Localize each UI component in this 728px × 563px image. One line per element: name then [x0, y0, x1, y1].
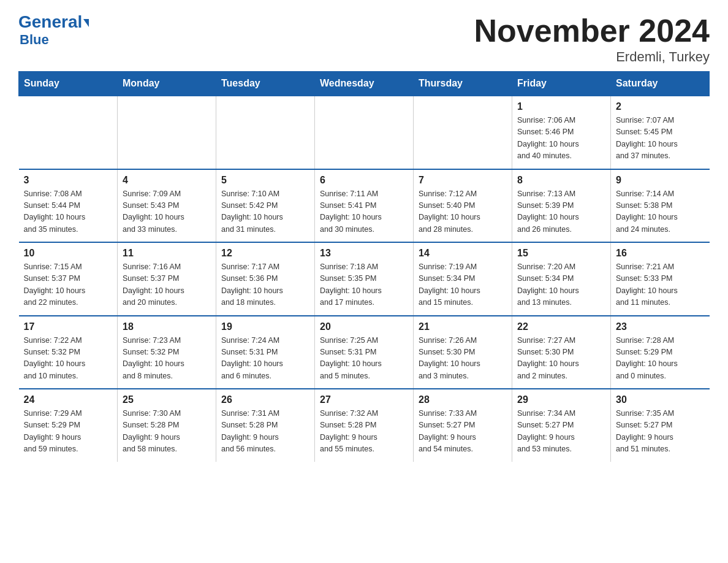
header-saturday: Saturday [611, 72, 710, 96]
day-number: 27 [320, 394, 408, 405]
day-number: 13 [320, 248, 408, 259]
day-info: Sunrise: 7:28 AMSunset: 5:29 PMDaylight:… [616, 335, 705, 383]
day-number: 8 [517, 175, 605, 186]
day-number: 24 [24, 394, 113, 405]
day-cell-0-0 [19, 96, 118, 169]
day-info: Sunrise: 7:27 AMSunset: 5:30 PMDaylight:… [517, 335, 605, 383]
day-info: Sunrise: 7:30 AMSunset: 5:28 PMDaylight:… [123, 408, 211, 456]
day-info: Sunrise: 7:34 AMSunset: 5:27 PMDaylight:… [517, 408, 605, 456]
day-number: 26 [221, 394, 309, 405]
day-number: 28 [419, 394, 507, 405]
day-info: Sunrise: 7:31 AMSunset: 5:28 PMDaylight:… [221, 408, 309, 456]
day-cell-4-2: 26Sunrise: 7:31 AMSunset: 5:28 PMDayligh… [216, 389, 315, 462]
day-info: Sunrise: 7:33 AMSunset: 5:27 PMDaylight:… [419, 408, 507, 456]
logo: General Blue [18, 12, 89, 48]
day-info: Sunrise: 7:23 AMSunset: 5:32 PMDaylight:… [123, 335, 211, 383]
week-row-2: 3Sunrise: 7:08 AMSunset: 5:44 PMDaylight… [19, 169, 710, 243]
day-number: 29 [517, 394, 605, 405]
calendar-table: Sunday Monday Tuesday Wednesday Thursday… [18, 71, 710, 462]
day-cell-0-4 [414, 96, 512, 169]
calendar-title: November 2024 [474, 12, 710, 49]
day-cell-0-1 [118, 96, 216, 169]
day-cell-2-2: 12Sunrise: 7:17 AMSunset: 5:36 PMDayligh… [216, 242, 315, 316]
day-number: 3 [24, 175, 113, 186]
day-number: 20 [320, 321, 408, 332]
day-cell-2-3: 13Sunrise: 7:18 AMSunset: 5:35 PMDayligh… [315, 242, 414, 316]
day-info: Sunrise: 7:15 AMSunset: 5:37 PMDaylight:… [24, 261, 113, 309]
day-number: 17 [24, 321, 113, 332]
day-number: 10 [24, 248, 113, 259]
day-cell-0-3 [315, 96, 414, 169]
day-info: Sunrise: 7:11 AMSunset: 5:41 PMDaylight:… [320, 188, 408, 236]
day-number: 11 [123, 248, 211, 259]
day-number: 21 [419, 321, 507, 332]
day-info: Sunrise: 7:21 AMSunset: 5:33 PMDaylight:… [616, 261, 705, 309]
day-cell-3-5: 22Sunrise: 7:27 AMSunset: 5:30 PMDayligh… [512, 316, 611, 389]
day-cell-1-4: 7Sunrise: 7:12 AMSunset: 5:40 PMDaylight… [414, 169, 512, 243]
day-info: Sunrise: 7:35 AMSunset: 5:27 PMDaylight:… [616, 408, 705, 456]
day-number: 15 [517, 248, 605, 259]
day-info: Sunrise: 7:18 AMSunset: 5:35 PMDaylight:… [320, 261, 408, 309]
day-cell-3-0: 17Sunrise: 7:22 AMSunset: 5:32 PMDayligh… [19, 316, 118, 389]
day-number: 18 [123, 321, 211, 332]
day-info: Sunrise: 7:08 AMSunset: 5:44 PMDaylight:… [24, 188, 113, 236]
day-cell-3-6: 23Sunrise: 7:28 AMSunset: 5:29 PMDayligh… [611, 316, 710, 389]
day-info: Sunrise: 7:20 AMSunset: 5:34 PMDaylight:… [517, 261, 605, 309]
day-cell-0-5: 1Sunrise: 7:06 AMSunset: 5:46 PMDaylight… [512, 96, 611, 169]
day-cell-2-1: 11Sunrise: 7:16 AMSunset: 5:37 PMDayligh… [118, 242, 216, 316]
day-number: 25 [123, 394, 211, 405]
day-number: 14 [419, 248, 507, 259]
day-number: 12 [221, 248, 309, 259]
week-row-1: 1Sunrise: 7:06 AMSunset: 5:46 PMDaylight… [19, 96, 710, 169]
day-cell-2-5: 15Sunrise: 7:20 AMSunset: 5:34 PMDayligh… [512, 242, 611, 316]
day-number: 22 [517, 321, 605, 332]
week-row-5: 24Sunrise: 7:29 AMSunset: 5:29 PMDayligh… [19, 389, 710, 462]
day-info: Sunrise: 7:14 AMSunset: 5:38 PMDaylight:… [616, 188, 705, 236]
week-row-4: 17Sunrise: 7:22 AMSunset: 5:32 PMDayligh… [19, 316, 710, 389]
title-block: November 2024 Erdemli, Turkey [474, 12, 710, 65]
day-number: 2 [616, 101, 705, 112]
day-cell-3-1: 18Sunrise: 7:23 AMSunset: 5:32 PMDayligh… [118, 316, 216, 389]
day-info: Sunrise: 7:06 AMSunset: 5:46 PMDaylight:… [517, 115, 605, 163]
day-number: 7 [419, 175, 507, 186]
day-number: 30 [616, 394, 705, 405]
header-thursday: Thursday [414, 72, 512, 96]
day-info: Sunrise: 7:07 AMSunset: 5:45 PMDaylight:… [616, 115, 705, 163]
calendar-header: Sunday Monday Tuesday Wednesday Thursday… [19, 72, 710, 96]
day-cell-2-6: 16Sunrise: 7:21 AMSunset: 5:33 PMDayligh… [611, 242, 710, 316]
day-cell-0-6: 2Sunrise: 7:07 AMSunset: 5:45 PMDaylight… [611, 96, 710, 169]
day-info: Sunrise: 7:22 AMSunset: 5:32 PMDaylight:… [24, 335, 113, 383]
header-monday: Monday [118, 72, 216, 96]
day-cell-3-2: 19Sunrise: 7:24 AMSunset: 5:31 PMDayligh… [216, 316, 315, 389]
day-cell-1-5: 8Sunrise: 7:13 AMSunset: 5:39 PMDaylight… [512, 169, 611, 243]
day-cell-1-2: 5Sunrise: 7:10 AMSunset: 5:42 PMDaylight… [216, 169, 315, 243]
day-info: Sunrise: 7:13 AMSunset: 5:39 PMDaylight:… [517, 188, 605, 236]
header-tuesday: Tuesday [216, 72, 315, 96]
day-number: 23 [616, 321, 705, 332]
day-number: 19 [221, 321, 309, 332]
day-number: 6 [320, 175, 408, 186]
day-info: Sunrise: 7:17 AMSunset: 5:36 PMDaylight:… [221, 261, 309, 309]
day-cell-4-5: 29Sunrise: 7:34 AMSunset: 5:27 PMDayligh… [512, 389, 611, 462]
day-number: 1 [517, 101, 605, 112]
day-info: Sunrise: 7:29 AMSunset: 5:29 PMDaylight:… [24, 408, 113, 456]
day-cell-4-4: 28Sunrise: 7:33 AMSunset: 5:27 PMDayligh… [414, 389, 512, 462]
day-cell-2-4: 14Sunrise: 7:19 AMSunset: 5:34 PMDayligh… [414, 242, 512, 316]
day-number: 4 [123, 175, 211, 186]
day-info: Sunrise: 7:26 AMSunset: 5:30 PMDaylight:… [419, 335, 507, 383]
day-cell-4-6: 30Sunrise: 7:35 AMSunset: 5:27 PMDayligh… [611, 389, 710, 462]
day-info: Sunrise: 7:19 AMSunset: 5:34 PMDaylight:… [419, 261, 507, 309]
day-cell-2-0: 10Sunrise: 7:15 AMSunset: 5:37 PMDayligh… [19, 242, 118, 316]
day-cell-3-3: 20Sunrise: 7:25 AMSunset: 5:31 PMDayligh… [315, 316, 414, 389]
day-number: 9 [616, 175, 705, 186]
calendar-body: 1Sunrise: 7:06 AMSunset: 5:46 PMDaylight… [19, 96, 710, 462]
day-cell-3-4: 21Sunrise: 7:26 AMSunset: 5:30 PMDayligh… [414, 316, 512, 389]
day-info: Sunrise: 7:24 AMSunset: 5:31 PMDaylight:… [221, 335, 309, 383]
page-header: General Blue November 2024 Erdemli, Turk… [18, 12, 710, 65]
day-info: Sunrise: 7:09 AMSunset: 5:43 PMDaylight:… [123, 188, 211, 236]
logo-general: General [18, 12, 82, 31]
logo-blue: Blue [20, 32, 49, 48]
day-number: 16 [616, 248, 705, 259]
day-info: Sunrise: 7:25 AMSunset: 5:31 PMDaylight:… [320, 335, 408, 383]
day-number: 5 [221, 175, 309, 186]
